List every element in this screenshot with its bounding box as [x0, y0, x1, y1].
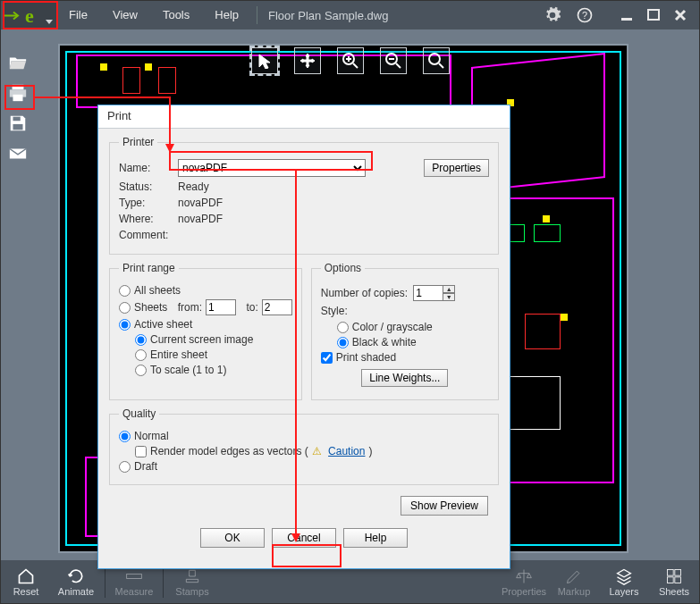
caret-down-icon	[46, 14, 53, 28]
callout-arrow	[169, 96, 171, 148]
status-value: Ready	[178, 180, 209, 193]
spin-down-icon[interactable]: ▼	[443, 293, 455, 301]
range-from-input[interactable]	[206, 299, 236, 315]
help-button-dlg[interactable]: Help	[343, 528, 408, 548]
arrow-down-icon	[291, 533, 300, 542]
open-button[interactable]	[4, 51, 31, 74]
arrow-down-icon	[165, 144, 174, 153]
settings-button[interactable]	[540, 3, 565, 28]
range-legend: Print range	[119, 262, 179, 274]
layers-button[interactable]: Layers	[599, 567, 649, 597]
envelope-icon	[8, 144, 28, 164]
zoom-extents-tool[interactable]	[423, 47, 450, 74]
printer-properties-button[interactable]: Properties	[424, 159, 489, 177]
zoom-out-tool[interactable]	[380, 47, 407, 74]
document-title: Floor Plan Sample.dwg	[263, 9, 388, 22]
markup-button[interactable]: Markup	[549, 567, 599, 597]
svg-point-20	[429, 54, 440, 64]
zoom-out-icon	[384, 52, 402, 70]
measure-button[interactable]: Measure	[109, 567, 159, 597]
folder-open-icon	[8, 53, 28, 72]
mail-button[interactable]	[4, 142, 31, 165]
style-label: Style:	[321, 305, 348, 317]
app-logo-button[interactable]: e	[3, 3, 56, 29]
close-button[interactable]	[667, 5, 694, 25]
maximize-button[interactable]	[640, 5, 667, 25]
warning-icon: ⚠	[312, 445, 325, 457]
type-value: novaPDF	[178, 197, 223, 209]
where-value: novaPDF	[178, 213, 223, 225]
show-preview-button[interactable]: Show Preview	[401, 496, 488, 516]
ruler-icon	[125, 567, 143, 585]
printer-group: Printer Name: novaPDF Properties Status:…	[109, 136, 499, 255]
menubar: e File View Tools Help Floor Plan Sample…	[1, 1, 699, 29]
quality-normal-radio[interactable]: Normal	[119, 430, 489, 442]
stamps-button[interactable]: Stamps	[167, 567, 217, 597]
range-current-radio[interactable]: Current screen image	[135, 333, 292, 346]
quality-legend: Quality	[119, 407, 159, 420]
arrow-right-icon	[4, 9, 22, 22]
logo-e-icon: e	[25, 4, 34, 28]
line-weights-button[interactable]: Line Weights...	[361, 369, 448, 387]
range-to-input[interactable]	[262, 299, 292, 315]
menu-file[interactable]: File	[56, 1, 100, 29]
svg-marker-1	[46, 20, 53, 24]
style-bw-radio[interactable]: Black & white	[337, 336, 489, 348]
stamp-icon	[183, 567, 201, 585]
print-button[interactable]	[4, 81, 31, 105]
pencil-icon	[565, 567, 583, 585]
pan-tool[interactable]	[294, 47, 321, 74]
left-toolbar	[4, 51, 35, 165]
svg-rect-23	[668, 569, 674, 575]
svg-rect-24	[675, 569, 681, 575]
svg-rect-11	[13, 117, 21, 122]
print-range-group: Print range All sheets Sheets from: to: …	[109, 262, 302, 400]
animate-button[interactable]: Animate	[51, 567, 101, 597]
ok-button[interactable]: OK	[200, 528, 265, 548]
options-group: Options Number of copies: ▲▼ Style: Colo…	[311, 262, 499, 400]
refresh-icon	[67, 567, 85, 585]
render-vectors-check[interactable]: Render model edges as vectors (⚠ Caution…	[135, 445, 489, 457]
close-icon	[674, 9, 687, 21]
separator	[257, 6, 257, 24]
range-all-radio[interactable]: All sheets	[119, 284, 292, 297]
floppy-icon	[8, 113, 28, 133]
where-label: Where:	[119, 213, 173, 225]
printer-name-select[interactable]: novaPDF	[178, 159, 366, 177]
caution-link[interactable]: Caution	[328, 445, 365, 457]
menu-tools[interactable]: Tools	[150, 1, 202, 29]
range-active-radio[interactable]: Active sheet	[119, 318, 292, 331]
select-tool[interactable]	[251, 47, 278, 74]
cancel-button[interactable]: Cancel	[272, 528, 336, 548]
properties-button[interactable]: Properties	[499, 567, 549, 597]
svg-rect-8	[13, 85, 24, 90]
help-icon: ?	[576, 6, 594, 24]
svg-rect-4	[621, 18, 632, 21]
sheets-button[interactable]: Sheets	[649, 567, 699, 597]
scales-icon	[515, 567, 533, 585]
print-dialog: Print Printer Name: novaPDF Properties S…	[97, 105, 510, 569]
cursor-icon	[257, 53, 273, 69]
status-label: Status:	[119, 180, 173, 193]
zoom-icon	[427, 52, 445, 70]
help-button[interactable]: ?	[572, 3, 597, 28]
range-entire-radio[interactable]: Entire sheet	[135, 348, 292, 361]
range-sheets-radio[interactable]: Sheets from: to:	[119, 299, 292, 315]
range-scale-radio[interactable]: To scale (1 to 1)	[135, 364, 292, 376]
menu-view[interactable]: View	[100, 1, 150, 29]
save-button[interactable]	[4, 112, 31, 135]
svg-rect-12	[13, 124, 23, 130]
layers-icon	[615, 567, 633, 585]
quality-draft-radio[interactable]: Draft	[119, 460, 489, 473]
grid-icon	[665, 567, 683, 585]
copies-spinner[interactable]: ▲▼	[413, 285, 455, 301]
reset-button[interactable]: Reset	[1, 567, 51, 597]
printer-legend: Printer	[119, 136, 157, 148]
canvas-tools	[251, 47, 450, 74]
zoom-in-tool[interactable]	[337, 47, 364, 74]
minimize-button[interactable]	[613, 5, 640, 25]
style-color-radio[interactable]: Color / grayscale	[337, 321, 489, 333]
menu-help[interactable]: Help	[202, 1, 251, 29]
print-shaded-check[interactable]: Print shaded	[321, 351, 489, 364]
spin-up-icon[interactable]: ▲	[443, 285, 455, 293]
